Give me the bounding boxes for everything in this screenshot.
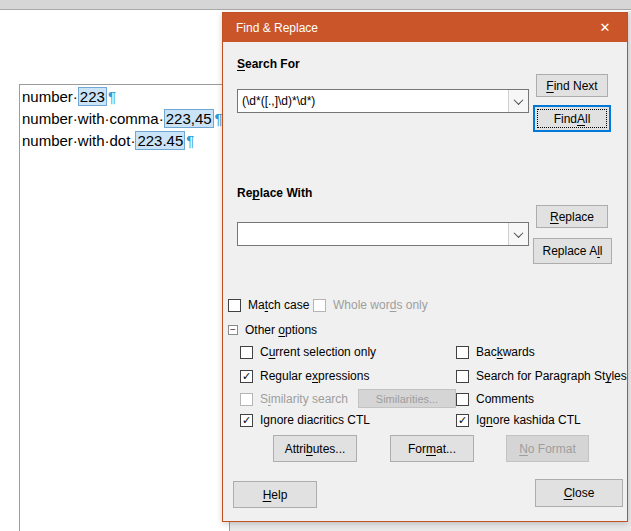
line-text: number·with·comma· — [22, 110, 164, 127]
toolbar-strip — [0, 0, 631, 10]
document-text[interactable]: number·223¶ number·with·comma·223,45¶ nu… — [22, 86, 223, 152]
similarities-button[interactable]: Similarities... — [358, 389, 456, 408]
checkbox-regular-expressions[interactable]: ✓ Regular expressions — [240, 368, 369, 384]
checkbox-label: Similarity search — [260, 392, 348, 406]
background-bottom — [222, 522, 631, 531]
search-combobox — [237, 89, 529, 113]
chevron-down-icon — [514, 95, 524, 105]
checkbox-backwards[interactable]: Backwards — [456, 344, 535, 360]
checkbox-box[interactable] — [456, 393, 469, 406]
search-for-label: Search For — [237, 57, 300, 71]
checkbox-box[interactable]: ✓ — [240, 414, 253, 427]
checkmark-icon: ✓ — [242, 370, 251, 381]
expander-other-options[interactable]: − Other options — [228, 322, 317, 338]
chevron-down-icon — [514, 228, 524, 238]
close-dialog-button[interactable]: Close — [535, 479, 623, 507]
checkbox-box[interactable] — [228, 299, 241, 312]
find-all-button[interactable]: Find All — [533, 105, 611, 132]
no-format-button[interactable]: No Format — [506, 435, 589, 462]
replace-button[interactable]: Replace — [536, 205, 608, 228]
text-line: number·with·comma·223,45¶ — [22, 108, 223, 130]
search-dropdown-button[interactable] — [508, 90, 528, 112]
replace-all-button[interactable]: Replace All — [533, 238, 612, 264]
number-highlight: 223.45 — [135, 131, 185, 150]
window-title: Find & Replace — [236, 21, 318, 35]
checkbox-search-paragraph-styles[interactable]: Search for Paragraph Styles — [456, 368, 627, 384]
replace-dropdown-button[interactable] — [508, 223, 528, 245]
number-highlight: 223 — [78, 87, 107, 106]
text-line: number·with·dot·223.45¶ — [22, 130, 223, 152]
line-text: number· — [22, 88, 78, 105]
checkbox-label: Backwards — [476, 345, 535, 359]
checkbox-box[interactable] — [240, 393, 253, 406]
checkbox-box[interactable] — [456, 346, 469, 359]
checkbox-ignore-diacritics-ctl[interactable]: ✓ Ignore diacritics CTL — [240, 412, 370, 428]
checkbox-label: Match case — [248, 298, 309, 312]
checkbox-label: Regular expressions — [260, 369, 369, 383]
checkbox-ignore-kashida-ctl[interactable]: ✓ Ignore kashida CTL — [456, 412, 581, 428]
checkbox-label: Ignore kashida CTL — [476, 413, 581, 427]
checkbox-label: Search for Paragraph Styles — [476, 369, 627, 383]
checkbox-label: Comments — [476, 392, 534, 406]
help-button[interactable]: Help — [233, 481, 317, 508]
pilcrow-mark: ¶ — [185, 132, 194, 149]
find-replace-dialog: Find & Replace ✕ Search For Find Next Fi… — [222, 12, 628, 522]
replace-input[interactable] — [238, 223, 508, 245]
window-titlebar[interactable]: Find & Replace ✕ — [223, 13, 627, 42]
line-text: number·with·dot· — [22, 132, 135, 149]
checkbox-whole-words-only[interactable]: Whole words only — [313, 297, 428, 313]
checkbox-comments[interactable]: Comments — [456, 391, 534, 407]
pilcrow-mark: ¶ — [107, 88, 116, 105]
checkbox-box[interactable] — [456, 370, 469, 383]
checkbox-box[interactable] — [240, 346, 253, 359]
collapse-icon[interactable]: − — [228, 325, 238, 335]
checkbox-label: Ignore diacritics CTL — [260, 413, 370, 427]
find-next-button[interactable]: Find Next — [536, 74, 608, 97]
checkmark-icon: ✓ — [242, 414, 251, 425]
checkbox-similarity-search[interactable]: Similarity search — [240, 391, 348, 407]
close-icon: ✕ — [600, 20, 611, 35]
checkbox-box[interactable] — [313, 299, 326, 312]
checkbox-label: Whole words only — [333, 298, 428, 312]
replace-with-label: Replace With — [237, 186, 312, 200]
checkbox-box[interactable]: ✓ — [240, 370, 253, 383]
search-input[interactable] — [238, 90, 508, 112]
checkbox-label: Current selection only — [260, 345, 376, 359]
attributes-button[interactable]: Attributes... — [273, 435, 357, 462]
checkbox-current-selection-only[interactable]: Current selection only — [240, 344, 376, 360]
checkbox-box[interactable]: ✓ — [456, 414, 469, 427]
checkmark-icon: ✓ — [458, 414, 467, 425]
close-button[interactable]: ✕ — [583, 13, 627, 42]
expander-label: Other options — [245, 323, 317, 337]
number-highlight: 223,45 — [164, 109, 214, 128]
format-button[interactable]: Format... — [390, 435, 474, 462]
screen: number·223¶ number·with·comma·223,45¶ nu… — [0, 0, 631, 531]
replace-combobox — [237, 222, 529, 246]
text-line: number·223¶ — [22, 86, 223, 108]
checkbox-match-case[interactable]: Match case — [228, 297, 309, 313]
